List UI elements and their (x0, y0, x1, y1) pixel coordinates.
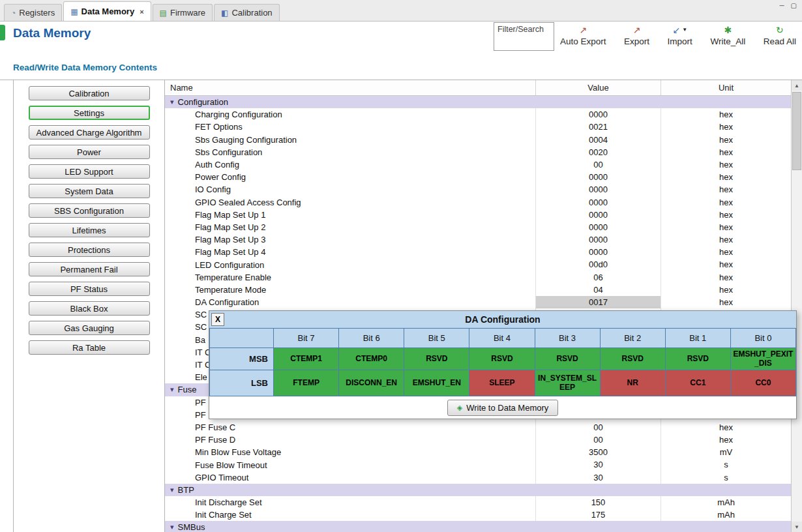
bit-cell-rsvd[interactable]: RSVD (666, 348, 731, 370)
row-value[interactable]: 0017 (535, 296, 661, 308)
column-header-value[interactable]: Value (535, 80, 661, 95)
sidebar-item-ra-table[interactable]: Ra Table (29, 340, 150, 355)
scroll-up-icon[interactable]: ▲ (792, 80, 802, 91)
scroll-thumb[interactable] (792, 92, 801, 170)
table-row[interactable]: Temperature Enable06hex (165, 271, 791, 284)
row-value[interactable]: 0020 (535, 146, 661, 158)
bit-cell-cc1[interactable]: CC1 (666, 370, 731, 396)
auto-export-button[interactable]: ↗Auto Export (558, 23, 608, 48)
write-all-button[interactable]: ✱Write_All (708, 23, 747, 48)
sidebar-item-system-data[interactable]: System Data (29, 184, 150, 198)
import-dropdown-icon[interactable]: ▼ (682, 27, 687, 33)
table-row[interactable]: FET Options0021hex (165, 121, 791, 133)
row-value[interactable]: 0000 (535, 183, 661, 196)
table-row[interactable]: Sbs Configuration0020hex (165, 146, 791, 158)
sidebar-item-settings[interactable]: Settings (29, 106, 150, 120)
minimize-button[interactable]: ─ (779, 2, 784, 9)
table-row[interactable]: Init Discharge Set150mAh (165, 496, 791, 509)
write-to-data-memory-button[interactable]: ◈ Write to Data Memory (447, 400, 559, 416)
section-row-smbus[interactable]: ▾SMBus (165, 521, 791, 532)
table-row[interactable]: LED Configuration00d0hex (165, 258, 791, 271)
bit-cell-rsvd[interactable]: RSVD (535, 348, 601, 370)
table-row[interactable]: IO Config0000hex (165, 183, 791, 196)
table-row[interactable]: Flag Map Set Up 10000hex (165, 209, 791, 221)
collapse-icon[interactable]: ▾ (170, 486, 174, 494)
vertical-scrollbar[interactable]: ▲ ▼ (791, 80, 802, 532)
row-value[interactable]: 00d0 (535, 258, 661, 271)
bit-cell-emshut-pexit-dis[interactable]: EMSHUT_PEXIT_DIS (731, 348, 796, 370)
bit-cell-rsvd[interactable]: RSVD (404, 348, 469, 370)
tab-calibration[interactable]: ◧Calibration (214, 4, 280, 21)
dialog-close-button[interactable]: X (211, 313, 224, 326)
row-value[interactable]: 0000 (535, 221, 661, 233)
row-value[interactable]: 04 (535, 284, 661, 296)
table-row[interactable]: Power Config0000hex (165, 171, 791, 183)
table-row[interactable]: Flag Map Set Up 40000hex (165, 246, 791, 258)
sidebar-item-lifetimes[interactable]: Lifetimes (29, 223, 150, 237)
sidebar-item-pf-status[interactable]: PF Status (29, 282, 150, 296)
table-row[interactable]: DA Configuration0017hex (165, 296, 791, 308)
read-all-button[interactable]: ↻Read All (762, 23, 798, 48)
bit-cell-nr[interactable]: NR (601, 370, 666, 396)
row-value[interactable]: 0000 (535, 209, 661, 221)
bit-cell-in-system-sleep[interactable]: IN_SYSTEM_SLEEP (535, 370, 601, 396)
table-row[interactable]: Temperature Mode04hex (165, 284, 791, 296)
row-value[interactable]: 150 (535, 496, 661, 509)
row-value[interactable]: 0021 (535, 121, 661, 133)
tab-firmware[interactable]: ▤Firmware (153, 4, 213, 21)
import-button[interactable]: ↙▼Import (666, 23, 694, 48)
tab-registers[interactable]: ◔Registers (4, 4, 62, 21)
table-row[interactable]: Flag Map Set Up 20000hex (165, 221, 791, 233)
row-value[interactable]: 00 (535, 434, 661, 446)
bit-cell-disconn-en[interactable]: DISCONN_EN (339, 370, 404, 396)
filter-search-input[interactable] (494, 22, 554, 51)
sidebar-item-sbs-configuration[interactable]: SBS Configuration (29, 203, 150, 218)
sidebar-item-protections[interactable]: Protections (29, 243, 150, 257)
table-row[interactable]: Init Charge Set175mAh (165, 509, 791, 521)
maximize-button[interactable]: ▢ (791, 2, 797, 9)
sidebar-item-advanced-charge-algorithm[interactable]: Advanced Charge Algorithm (29, 125, 150, 140)
table-row[interactable]: Sbs Gauging Configuration0004hex (165, 134, 791, 146)
row-value[interactable]: 30 (535, 471, 661, 484)
bit-cell-rsvd[interactable]: RSVD (601, 348, 666, 370)
sidebar-item-power[interactable]: Power (29, 145, 150, 159)
section-row-btp[interactable]: ▾BTP (165, 484, 791, 496)
row-value[interactable]: 0000 (535, 233, 661, 246)
sidebar-item-calibration[interactable]: Calibration (29, 86, 150, 100)
row-value[interactable]: 06 (535, 271, 661, 284)
table-row[interactable]: GPIO Timeout30s (165, 471, 791, 484)
bit-cell-cc0[interactable]: CC0 (731, 370, 796, 396)
row-value[interactable]: 0000 (535, 246, 661, 258)
bit-cell-ctemp0[interactable]: CTEMP0 (339, 348, 404, 370)
tab-data-memory[interactable]: ▦Data Memory× (63, 1, 151, 21)
bit-cell-ctemp1[interactable]: CTEMP1 (274, 348, 339, 370)
row-value[interactable]: 0004 (535, 134, 661, 146)
row-value[interactable]: 00 (535, 421, 661, 434)
row-value[interactable]: 0000 (535, 171, 661, 183)
table-row[interactable]: Auth Config00hex (165, 158, 791, 171)
collapse-icon[interactable]: ▾ (170, 98, 174, 106)
sidebar-item-gas-gauging[interactable]: Gas Gauging (29, 321, 150, 335)
table-row[interactable]: PF Fuse D00hex (165, 434, 791, 446)
column-header-unit[interactable]: Unit (661, 80, 791, 95)
row-value[interactable]: 0000 (535, 196, 661, 209)
bit-cell-rsvd[interactable]: RSVD (469, 348, 535, 370)
section-row-configuration[interactable]: ▾Configuration (165, 96, 791, 108)
export-button[interactable]: ↗Export (622, 23, 651, 48)
table-row[interactable]: Charging Configuration0000hex (165, 108, 791, 121)
row-value[interactable]: 00 (535, 158, 661, 171)
sidebar-item-led-support[interactable]: LED Support (29, 164, 150, 179)
row-value[interactable]: 30 (535, 458, 661, 471)
table-row[interactable]: PF Fuse C00hex (165, 421, 791, 434)
scroll-down-icon[interactable]: ▼ (792, 522, 802, 532)
tab-close-icon[interactable]: × (140, 8, 143, 16)
table-row[interactable]: GPIO Sealed Access Config0000hex (165, 196, 791, 209)
collapse-icon[interactable]: ▾ (170, 386, 174, 393)
sidebar-item-black-box[interactable]: Black Box (29, 301, 150, 316)
bit-cell-emshut-en[interactable]: EMSHUT_EN (404, 370, 469, 396)
table-row[interactable]: Fuse Blow Timeout30s (165, 458, 791, 471)
row-value[interactable]: 0000 (535, 108, 661, 121)
sidebar-item-permanent-fail[interactable]: Permanent Fail (29, 262, 150, 276)
table-row[interactable]: Min Blow Fuse Voltage3500mV (165, 446, 791, 458)
collapse-icon[interactable]: ▾ (170, 524, 174, 531)
